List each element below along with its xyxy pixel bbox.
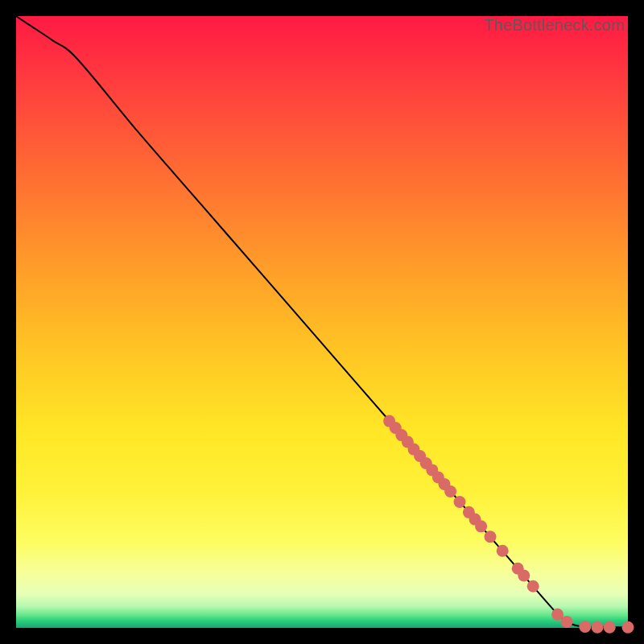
data-marker xyxy=(444,485,456,497)
chart-frame: TheBottleneck.com xyxy=(16,16,628,628)
data-marker xyxy=(604,621,616,634)
data-marker xyxy=(592,621,604,634)
data-marker xyxy=(475,520,487,532)
data-marker xyxy=(579,621,591,633)
data-markers xyxy=(383,415,634,634)
data-marker xyxy=(527,580,539,592)
chart-curve-layer xyxy=(16,16,628,628)
data-marker xyxy=(561,616,573,628)
data-marker xyxy=(518,570,530,582)
data-marker xyxy=(497,545,509,557)
data-marker xyxy=(622,621,634,634)
data-marker xyxy=(485,530,497,543)
data-marker xyxy=(454,496,466,508)
watermark-text: TheBottleneck.com xyxy=(484,16,625,35)
data-curve xyxy=(16,16,628,627)
